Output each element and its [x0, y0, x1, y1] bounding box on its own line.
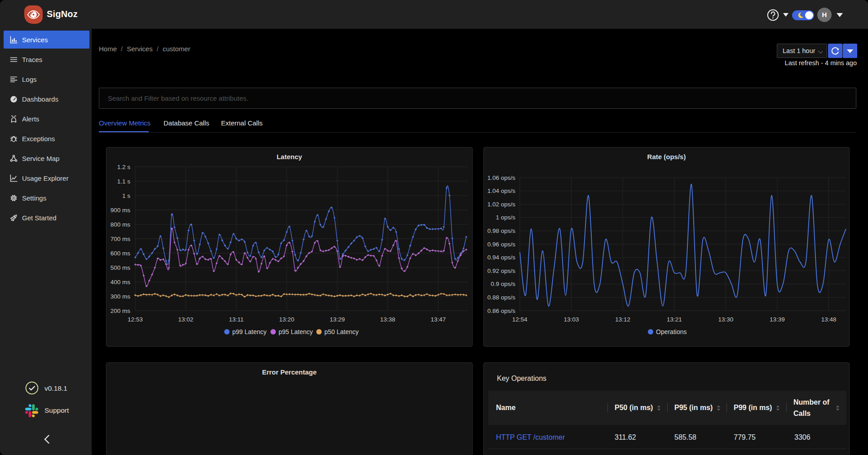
svg-text:p99 Latency: p99 Latency	[232, 328, 266, 335]
svg-text:12:53: 12:53	[128, 316, 143, 323]
svg-text:900 ms: 900 ms	[111, 207, 131, 214]
svg-text:1 ops/s: 1 ops/s	[496, 214, 515, 221]
svg-text:0.88 ops/s: 0.88 ops/s	[487, 294, 516, 301]
svg-text:500 ms: 500 ms	[111, 264, 131, 271]
svg-text:13:48: 13:48	[821, 316, 837, 323]
svg-text:1.04 ops/s: 1.04 ops/s	[487, 187, 516, 194]
svg-text:13:02: 13:02	[178, 316, 194, 323]
svg-text:0.9 ops/s: 0.9 ops/s	[491, 281, 515, 287]
svg-text:0.92 ops/s: 0.92 ops/s	[487, 268, 516, 274]
svg-text:13:29: 13:29	[330, 316, 345, 323]
svg-text:13:38: 13:38	[380, 316, 395, 323]
svg-text:1 s: 1 s	[122, 192, 130, 199]
svg-text:1.1 s: 1.1 s	[117, 178, 131, 185]
svg-text:13:21: 13:21	[667, 316, 682, 323]
svg-text:1.2 s: 1.2 s	[117, 164, 131, 170]
svg-text:0.96 ops/s: 0.96 ops/s	[487, 241, 516, 248]
svg-text:p95 Latency: p95 Latency	[279, 328, 313, 335]
svg-text:12:54: 12:54	[512, 316, 527, 323]
svg-text:1.06 ops/s: 1.06 ops/s	[487, 174, 516, 181]
svg-text:0.94 ops/s: 0.94 ops/s	[487, 254, 516, 261]
svg-text:800 ms: 800 ms	[111, 221, 131, 228]
svg-text:0.98 ops/s: 0.98 ops/s	[487, 228, 516, 234]
svg-text:600 ms: 600 ms	[111, 250, 131, 257]
svg-text:13:12: 13:12	[615, 316, 630, 323]
svg-text:0.86 ops/s: 0.86 ops/s	[487, 308, 516, 314]
svg-text:13:47: 13:47	[431, 316, 446, 323]
svg-text:p50 Latency: p50 Latency	[324, 328, 359, 335]
svg-text:13:11: 13:11	[229, 316, 244, 323]
svg-text:700 ms: 700 ms	[111, 236, 131, 242]
svg-text:300 ms: 300 ms	[111, 293, 131, 300]
svg-text:13:39: 13:39	[770, 316, 785, 323]
svg-text:400 ms: 400 ms	[111, 279, 131, 285]
svg-text:200 ms: 200 ms	[111, 308, 131, 314]
svg-text:13:03: 13:03	[564, 316, 579, 323]
svg-text:1.02 ops/s: 1.02 ops/s	[487, 201, 516, 208]
svg-text:13:20: 13:20	[279, 316, 294, 323]
svg-text:13:30: 13:30	[718, 316, 734, 323]
svg-text:Operations: Operations	[656, 328, 686, 335]
